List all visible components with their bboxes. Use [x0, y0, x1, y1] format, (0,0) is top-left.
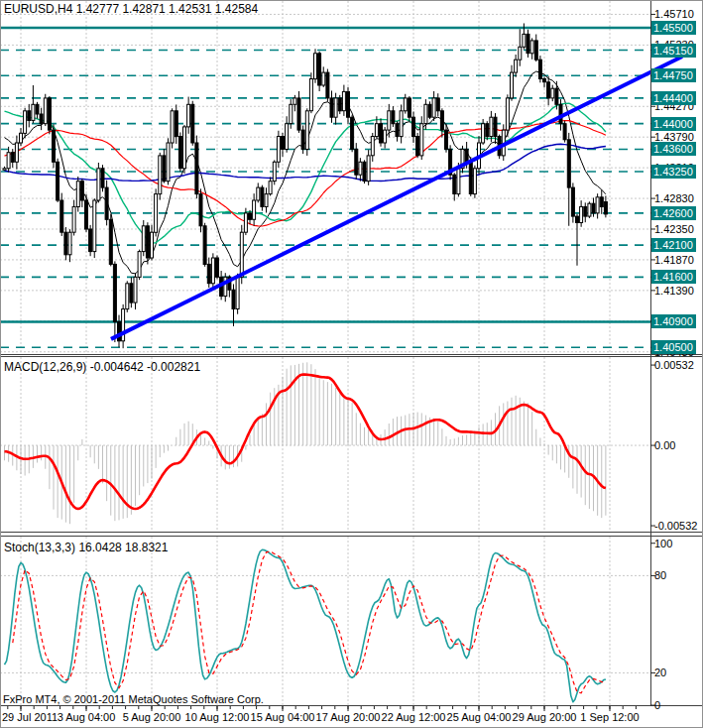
time-axis-label: 10 Aug 12:00	[185, 711, 250, 723]
price-grid-label: 1.45710	[654, 8, 694, 21]
price-level-badge: 1.44400	[651, 91, 696, 105]
price-grid-label: 1.41390	[654, 285, 694, 298]
macd-axis-label: 0.00	[654, 439, 675, 452]
mt4-chart-window: 1.457101.452301.447501.442701.437901.433…	[0, 0, 703, 728]
price-level-badge: 1.43250	[651, 165, 696, 179]
stoch-indicator-label: Stoch(13,3,3) 16.0428 18.8321	[4, 541, 168, 554]
price-level-badge: 1.44000	[651, 117, 696, 131]
price-grid-label: 1.42830	[654, 192, 694, 205]
price-level-badge: 1.45150	[651, 44, 696, 58]
price-level-badge: 1.41600	[651, 270, 696, 284]
price-level-badge: 1.40500	[651, 340, 696, 354]
time-axis-label: 1 Sep 12:00	[580, 711, 639, 723]
price-level-badge: 1.40900	[651, 314, 696, 328]
time-axis-label: 29 Aug 20:00	[513, 711, 577, 723]
price-grid-label: 1.41870	[654, 254, 694, 267]
stoch-axis-label: 100	[654, 538, 672, 550]
chart-title-ohlc: EURUSD,H4 1.42777 1.42871 1.42531 1.4258…	[4, 2, 258, 16]
price-level-badge: 1.43600	[651, 142, 696, 156]
macd-indicator-label: MACD(12,26,9) -0.004642 -0.002821	[4, 360, 200, 374]
stoch-axis-label: 0	[654, 699, 660, 712]
price-level-badge: 1.42600	[651, 206, 696, 220]
time-axis-label: 17 Aug 20:00	[316, 711, 381, 723]
time-axis-label: 15 Aug 04:00	[251, 711, 315, 723]
macd-axis-label: -0.00532	[654, 520, 697, 533]
price-level-badge: 1.44750	[651, 68, 696, 82]
time-axis-label: 5 Aug 20:00	[123, 711, 181, 723]
stoch-axis-label: 80	[654, 569, 666, 582]
stoch-axis-label: 20	[654, 667, 666, 679]
time-axis-label: 22 Aug 12:00	[382, 711, 446, 723]
time-axis-label: 25 Aug 04:00	[447, 711, 512, 723]
macd-axis-label: 0.00532	[654, 359, 694, 372]
time-axis-label: 3 Aug 04:00	[58, 711, 116, 723]
price-grid-label: 1.42350	[654, 223, 694, 236]
price-level-badge: 1.45500	[651, 21, 696, 35]
price-level-badge: 1.42100	[651, 238, 696, 252]
copyright-text: FxPro MT4, © 2001-2011 MetaQuotes Softwa…	[3, 693, 264, 705]
time-axis-label: 29 Jul 2011	[2, 711, 58, 723]
